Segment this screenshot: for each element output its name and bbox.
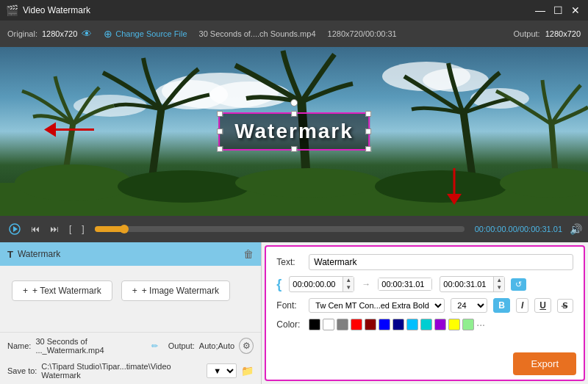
- color-blue[interactable]: [379, 319, 390, 330]
- watermark-text-display: Watermark: [234, 120, 354, 142]
- underline-button[interactable]: U: [534, 298, 551, 313]
- handle-bottom-center[interactable]: [291, 146, 297, 152]
- video-preview: Watermark: [0, 47, 588, 216]
- image-watermark-plus-icon: +: [132, 286, 137, 296]
- text-watermark-icon: T: [7, 249, 13, 260]
- delete-watermark-button[interactable]: 🗑: [243, 248, 254, 260]
- color-darkred[interactable]: [365, 319, 376, 330]
- watermark-text-input[interactable]: [309, 254, 573, 270]
- original-label: Original:: [7, 29, 37, 38]
- original-size: 1280x720: [42, 29, 77, 38]
- watermark-layer-label: Watermark: [18, 249, 239, 259]
- handle-bottom-right[interactable]: [365, 146, 371, 152]
- rotate-handle[interactable]: [290, 99, 298, 106]
- maximize-button[interactable]: ☐: [551, 4, 564, 17]
- duration-spinner: ▲ ▼: [493, 277, 504, 291]
- text-watermark-button[interactable]: + + Text Watermark: [12, 280, 112, 301]
- play-button[interactable]: [6, 222, 24, 236]
- duration-down[interactable]: ▼: [494, 284, 504, 291]
- controls-bar: ⏮ ⏭ [ ] 00:00:00.00/00:00:31.01 🔊: [0, 216, 588, 242]
- arrow-down-indicator: [445, 168, 463, 209]
- end-time-input-group[interactable]: [378, 278, 432, 291]
- plus-circle-icon: ⊕: [104, 28, 112, 40]
- prev-frame-button[interactable]: ⏮: [28, 222, 43, 236]
- duration-input[interactable]: [440, 278, 493, 290]
- more-colors-button[interactable]: ···: [476, 319, 485, 330]
- color-purple[interactable]: [434, 319, 446, 330]
- handle-middle-left[interactable]: [217, 128, 223, 134]
- progress-bar[interactable]: [95, 226, 465, 232]
- color-gray[interactable]: [337, 319, 348, 330]
- open-folder-button[interactable]: 📁: [241, 365, 254, 377]
- color-white[interactable]: [323, 319, 334, 330]
- font-select[interactable]: Tw Cen MT Con...ed Extra Bold: [309, 298, 445, 313]
- handle-top-center[interactable]: [291, 111, 297, 117]
- color-lightgreen[interactable]: [462, 319, 474, 330]
- color-yellow[interactable]: [448, 319, 460, 330]
- svg-marker-21: [447, 194, 462, 205]
- loop-button[interactable]: ↺: [511, 278, 526, 291]
- top-bar: Original: 1280x720 👁 ⊕ Change Source Fil…: [0, 21, 588, 47]
- color-deepskyblue[interactable]: [406, 319, 418, 330]
- start-time-input-group[interactable]: ▲ ▼: [289, 276, 354, 292]
- close-button[interactable]: ✕: [569, 4, 582, 17]
- color-label: Color:: [276, 319, 303, 330]
- save-path-display: C:\Tipard Studio\Tipar...timate\Video Wa…: [41, 362, 202, 380]
- app-icon: 🎬: [6, 4, 18, 16]
- color-darkblue[interactable]: [392, 319, 404, 330]
- mark-start-button[interactable]: [: [66, 222, 74, 236]
- title-bar-controls: — ☐ ✕: [534, 4, 582, 17]
- next-frame-button[interactable]: ⏭: [47, 222, 62, 236]
- duration-display: 1280x720/00:00:31: [328, 29, 397, 38]
- export-button[interactable]: Export: [513, 352, 576, 375]
- change-source-button[interactable]: ⊕ Change Source File: [104, 28, 187, 40]
- output-value: Auto;Auto: [199, 341, 234, 350]
- save-row: Save to: C:\Tipard Studio\Tipar...timate…: [0, 359, 261, 384]
- app-title: Video Watermark: [23, 5, 90, 15]
- eye-icon: 👁: [82, 28, 92, 40]
- progress-thumb[interactable]: [120, 225, 129, 233]
- end-time-input[interactable]: [379, 278, 431, 290]
- filename-display: 30 Seconds of....ch Sounds.mp4: [199, 29, 316, 38]
- color-black[interactable]: [309, 319, 320, 330]
- title-bar-left: 🎬 Video Watermark: [6, 4, 90, 16]
- start-time-input[interactable]: [290, 278, 343, 290]
- original-info: Original: 1280x720 👁: [7, 28, 92, 40]
- image-watermark-button[interactable]: + + Image Watermark: [121, 280, 230, 301]
- output-info: Output: 1280x720: [514, 29, 581, 38]
- save-dropdown[interactable]: ▼: [207, 363, 237, 378]
- handle-top-right[interactable]: [365, 111, 371, 117]
- handle-top-left[interactable]: [217, 111, 223, 117]
- left-panel: T Watermark 🗑 + + Text Watermark + + Ima…: [0, 242, 262, 384]
- start-time-up[interactable]: ▲: [343, 277, 354, 284]
- file-info-row: Name: 30 Seconds of ..._Watermark.mp4 ✏ …: [0, 332, 261, 359]
- font-size-select[interactable]: 24 12 14 16 18 20 24 28 32 36 48 72: [451, 298, 487, 313]
- settings-button[interactable]: ⚙: [239, 338, 254, 354]
- color-swatches: ···: [309, 319, 485, 330]
- handle-middle-right[interactable]: [365, 128, 371, 134]
- mark-end-button[interactable]: ]: [79, 222, 87, 236]
- text-prop-row: Text:: [276, 254, 573, 270]
- text-label: Text:: [276, 257, 303, 267]
- save-label: Save to:: [7, 366, 37, 375]
- italic-button[interactable]: I: [516, 298, 528, 313]
- start-time-spinner: ▲ ▼: [343, 277, 354, 291]
- start-time-down[interactable]: ▼: [343, 284, 354, 291]
- duration-up[interactable]: ▲: [494, 277, 504, 284]
- output-label: Output:: [168, 341, 195, 350]
- volume-icon[interactable]: 🔊: [570, 223, 582, 235]
- color-teal[interactable]: [420, 319, 432, 330]
- strikethrough-button[interactable]: S̶: [557, 299, 573, 313]
- color-prop-row: Color: ···: [276, 319, 573, 330]
- main-bottom: T Watermark 🗑 + + Text Watermark + + Ima…: [0, 242, 588, 384]
- time-display: 00:00:00.00/00:00:31.01: [475, 225, 562, 233]
- watermark-actions: + + Text Watermark + + Image Watermark: [0, 272, 261, 310]
- edit-filename-icon[interactable]: ✏: [151, 341, 158, 351]
- svg-marker-18: [44, 123, 56, 137]
- color-red[interactable]: [351, 319, 362, 330]
- bold-button[interactable]: B: [493, 298, 510, 313]
- duration-input-group[interactable]: ▲ ▼: [440, 276, 505, 292]
- watermark-element[interactable]: Watermark: [218, 112, 370, 151]
- handle-bottom-left[interactable]: [217, 146, 223, 152]
- minimize-button[interactable]: —: [534, 4, 547, 17]
